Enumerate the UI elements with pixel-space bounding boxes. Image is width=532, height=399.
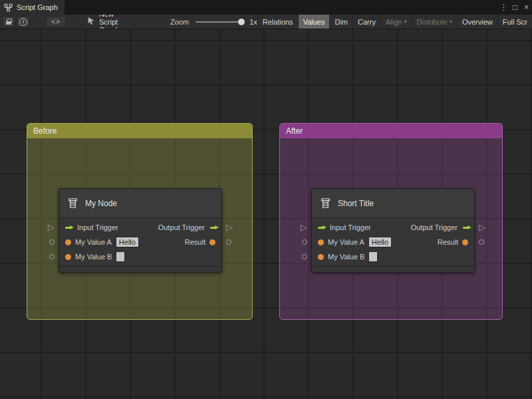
node-footer [312,266,474,272]
input-trigger-port[interactable]: Input Trigger [65,223,118,231]
toolbar: i <> New Script Graph Zoom 1x Relations … [0,15,532,29]
carry-button[interactable]: Carry [352,15,380,29]
outer-value-a-port[interactable] [302,239,307,245]
value-port-icon [318,239,324,245]
distribute-dropdown[interactable]: Distribute ▾ [411,15,456,29]
toolbar-buttons: Relations Values Dim Carry Align ▾ Distr… [257,15,532,29]
input-trigger-label: Input Trigger [330,223,371,231]
zoom-slider[interactable] [196,21,245,23]
input-trigger-label: Input Trigger [77,223,118,231]
value-a-label: My Value A [328,238,364,246]
tab-label: Script Graph [17,3,58,11]
tab-script-graph[interactable]: Script Graph [0,0,65,15]
dim-button[interactable]: Dim [329,15,352,29]
relations-button[interactable]: Relations [257,15,298,29]
graph-canvas[interactable]: Before My Node Input Trigger Output Trig… [0,29,532,399]
output-trigger-port[interactable]: Output Trigger [411,223,468,231]
value-port-icon [65,254,71,260]
value-port-icon [462,239,468,245]
result-port[interactable]: Result [185,238,215,246]
node-title: My Node [85,199,117,208]
node-header[interactable]: My Node [59,189,221,218]
zoom-value: 1x [249,18,257,26]
graph-title[interactable]: New Script Graph [99,15,132,29]
trigger-arrow-icon [463,227,468,229]
outer-value-b-port[interactable] [302,254,307,259]
title-bar: Script Graph ⋮ □ × [0,0,532,15]
output-trigger-label: Output Trigger [411,223,458,231]
value-a-port[interactable]: My Value A Hello [65,237,139,247]
output-trigger-label: Output Trigger [158,223,205,231]
node-footer [59,266,221,272]
chevron-down-icon: ▾ [450,19,452,25]
node-body: Input Trigger Output Trigger My Value A … [312,218,474,266]
close-icon[interactable]: × [521,0,532,15]
script-graph-icon [4,3,13,12]
outer-output-trigger-port[interactable]: ▷ [479,223,485,232]
node-my-node[interactable]: My Node Input Trigger Output Trigger My … [59,188,222,273]
pointer-icon [87,17,95,27]
value-port-icon [65,239,71,245]
group-header[interactable]: Before [27,124,252,138]
trigger-arrow-icon [65,227,70,229]
lock-button[interactable] [2,16,15,27]
input-trigger-port[interactable]: Input Trigger [318,223,371,231]
value-a-input[interactable]: Hello [116,237,139,247]
group-title: Before [33,126,57,136]
align-dropdown[interactable]: Align ▾ [380,15,411,29]
result-label: Result [438,238,458,246]
zoom-slider-knob[interactable] [238,19,245,25]
trigger-arrow-icon [210,227,215,229]
chevron-down-icon: ▾ [404,19,406,25]
value-b-label: My Value B [75,253,112,261]
value-b-input[interactable] [368,251,378,262]
zoom-label: Zoom [170,18,189,26]
node-short-title[interactable]: Short Title Input Trigger Output Trigger… [311,188,475,273]
value-a-input[interactable]: Hello [368,237,392,247]
fullscreen-button[interactable]: Full Scr [497,15,532,29]
outer-output-trigger-port[interactable]: ▷ [226,223,233,232]
window-menu-icon[interactable]: ⋮ [498,0,509,15]
trigger-arrow-icon [318,227,323,229]
value-b-port[interactable]: My Value B [318,251,378,262]
overview-button[interactable]: Overview [457,15,497,29]
value-b-port[interactable]: My Value B [65,251,125,262]
value-a-label: My Value A [75,238,112,246]
trigger-row: Input Trigger Output Trigger [59,220,221,235]
maximize-icon[interactable]: □ [509,0,521,15]
value-b-input[interactable] [116,251,125,262]
group-header[interactable]: After [280,124,502,138]
unit-icon [66,197,79,209]
trigger-row: Input Trigger Output Trigger [312,220,474,235]
value-port-icon [318,254,324,260]
node-title: Short Title [338,199,374,208]
titlebar-spacer [65,0,498,15]
outer-value-b-port[interactable] [49,254,55,259]
group-title: After [286,126,303,136]
result-port[interactable]: Result [438,238,468,246]
info-button[interactable]: i [17,16,30,27]
value-port-icon [209,239,215,245]
code-icon: <> [51,18,61,25]
value-a-port[interactable]: My Value A Hello [318,237,392,247]
lock-icon [6,21,11,25]
values-button[interactable]: Values [298,15,330,29]
value-a-row: My Value A Hello Result [312,235,474,249]
outer-result-port[interactable] [226,239,231,245]
outer-input-trigger-port[interactable]: ▷ [48,223,55,232]
value-b-label: My Value B [328,253,364,261]
value-b-row: My Value B [59,249,221,264]
value-b-row: My Value B [312,249,474,264]
value-a-row: My Value A Hello Result [59,235,221,249]
outer-input-trigger-port[interactable]: ▷ [301,223,307,232]
code-view-button[interactable]: <> [46,16,66,27]
result-label: Result [185,238,205,246]
outer-value-a-port[interactable] [49,239,55,245]
node-header[interactable]: Short Title [312,189,474,218]
outer-result-port[interactable] [479,239,484,245]
unit-icon [319,197,332,209]
info-icon: i [19,18,27,26]
output-trigger-port[interactable]: Output Trigger [158,223,215,231]
node-body: Input Trigger Output Trigger My Value A … [59,218,221,266]
